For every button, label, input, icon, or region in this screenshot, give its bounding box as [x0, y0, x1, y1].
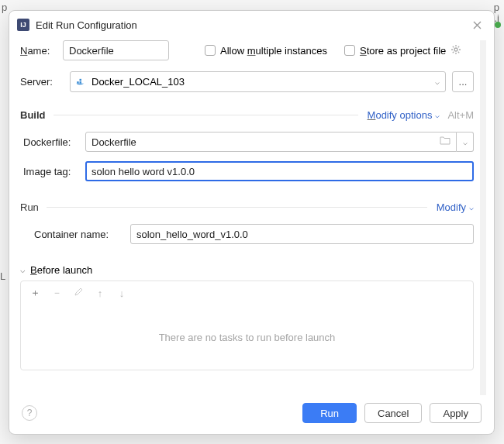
bg-char: L: [0, 270, 5, 282]
bg-char: p: [2, 2, 7, 13]
container-name-label: Container name:: [34, 229, 130, 240]
container-name-input[interactable]: [130, 224, 474, 244]
edit-task-button: [72, 287, 85, 299]
run-button[interactable]: Run: [302, 403, 357, 423]
cancel-button[interactable]: Cancel: [364, 403, 422, 423]
divider: [47, 207, 427, 208]
image-tag-label: Image tag:: [23, 166, 85, 177]
image-tag-row: Image tag:: [20, 161, 474, 181]
allow-multiple-label: Allow multiple instances: [220, 45, 327, 57]
dockerfile-row: Dockerfile: ⌵: [20, 132, 474, 152]
image-tag-input[interactable]: [85, 161, 474, 181]
svg-rect-1: [77, 81, 79, 84]
svg-point-0: [454, 48, 457, 51]
container-name-row: Container name:: [20, 224, 474, 244]
help-button[interactable]: ?: [22, 405, 37, 421]
server-row: Server: Docker_LOCAL_103 ⌵ ...: [20, 71, 474, 92]
chevron-down-icon: ⌵: [435, 77, 440, 86]
name-label: Name:: [20, 45, 63, 57]
apply-button[interactable]: Apply: [430, 403, 482, 423]
intellij-icon: IJ: [17, 19, 29, 31]
tasks-empty-message: There are no tasks to run before launch: [21, 305, 473, 370]
close-icon: [473, 21, 482, 29]
close-button[interactable]: [469, 17, 485, 33]
task-toolbar: ＋ － ↑ ↓: [21, 281, 473, 305]
svg-rect-3: [80, 78, 82, 81]
allow-multiple-checkbox[interactable]: Allow multiple instances: [205, 45, 327, 57]
status-dot-icon: [495, 22, 501, 28]
build-section: Build Modify options ⌵ Alt+M Dockerfile:…: [20, 109, 474, 181]
server-value: Docker_LOCAL_103: [91, 76, 435, 88]
dialog-title: Edit Run Configuration: [36, 19, 469, 31]
chevron-down-icon: ⌵: [20, 265, 26, 275]
dialog-footer: ? Run Cancel Apply: [9, 395, 494, 434]
dialog-header: IJ Edit Run Configuration: [9, 11, 494, 40]
checkbox-icon: [205, 45, 216, 56]
move-down-button: ↓: [116, 287, 128, 299]
server-label: Server:: [20, 76, 70, 88]
run-section: Run Modify ⌵ Container name:: [20, 201, 474, 244]
name-input[interactable]: [63, 40, 169, 60]
store-project-label: Store as project file: [360, 45, 446, 57]
name-row: Name: Allow multiple instances Store as …: [20, 40, 474, 60]
build-section-title: Build: [20, 109, 46, 121]
before-launch-title: Before launch: [30, 264, 92, 276]
run-section-title: Run: [20, 201, 39, 213]
folder-icon[interactable]: [440, 136, 450, 147]
svg-rect-2: [80, 81, 82, 84]
bg-char: p: [494, 2, 499, 13]
docker-icon: [76, 78, 87, 86]
server-select[interactable]: Docker_LOCAL_103 ⌵: [70, 71, 446, 92]
before-launch-tasks: ＋ － ↑ ↓ There are no tasks to run before…: [20, 281, 474, 370]
add-task-button[interactable]: ＋: [29, 286, 41, 300]
dockerfile-input[interactable]: [85, 132, 457, 152]
modify-options-link[interactable]: Modify options ⌵: [368, 109, 440, 121]
gear-icon[interactable]: [450, 44, 461, 57]
shortcut-hint: Alt+M: [447, 109, 474, 121]
store-project-checkbox[interactable]: Store as project file: [344, 45, 446, 57]
before-launch-toggle[interactable]: ⌵ Before launch: [20, 264, 474, 276]
dialog-content: Name: Allow multiple instances Store as …: [9, 40, 494, 395]
dockerfile-label: Dockerfile:: [23, 136, 85, 148]
edit-run-config-dialog: IJ Edit Run Configuration Name: Allow mu…: [9, 10, 495, 435]
chevron-down-icon: ⌵: [435, 111, 440, 119]
modify-run-link[interactable]: Modify ⌵: [437, 201, 474, 213]
divider: [54, 115, 358, 115]
chevron-down-icon: ⌵: [463, 138, 468, 146]
dockerfile-dropdown[interactable]: ⌵: [457, 132, 474, 152]
checkbox-icon: [344, 45, 355, 56]
server-more-button[interactable]: ...: [452, 71, 474, 92]
remove-task-button: －: [50, 286, 63, 300]
move-up-button: ↑: [94, 287, 106, 299]
chevron-down-icon: ⌵: [469, 203, 474, 212]
